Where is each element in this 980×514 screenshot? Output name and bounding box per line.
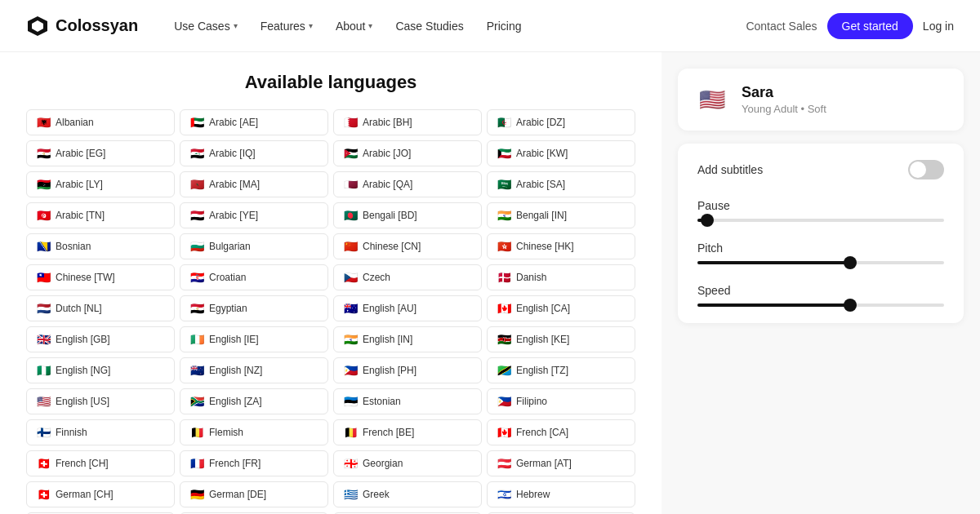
language-item[interactable]: 🇮🇪English [IE] <box>180 326 328 352</box>
lang-flag: 🇦🇱 <box>37 117 51 128</box>
language-item[interactable]: 🇨🇿Czech <box>333 264 482 290</box>
pause-track[interactable] <box>697 219 944 222</box>
nav-case-studies[interactable]: Case Studies <box>385 15 473 38</box>
lang-label: Arabic [EG] <box>56 148 105 159</box>
language-item[interactable]: 🇵🇭Filipino <box>487 388 635 414</box>
languages-panel: Available languages 🇦🇱Albanian🇦🇪Arabic [… <box>0 52 662 514</box>
lang-flag: 🇾🇪 <box>190 210 204 221</box>
language-item[interactable]: 🇵🇭English [PH] <box>333 357 482 383</box>
lang-flag: 🇪🇬 <box>37 148 51 159</box>
panel-title: Available languages <box>26 72 635 93</box>
subtitle-row: Add subtitles <box>697 160 944 179</box>
language-item[interactable]: 🇰🇼Arabic [KW] <box>487 140 635 166</box>
pitch-track[interactable] <box>697 261 944 264</box>
language-item[interactable]: 🇬🇪Georgian <box>333 450 482 476</box>
language-item[interactable]: 🇳🇱Dutch [NL] <box>26 295 175 321</box>
lang-flag: 🇩🇪 <box>190 489 204 500</box>
lang-label: English [NZ] <box>209 365 262 376</box>
language-item[interactable]: 🇨🇳Chinese [CN] <box>333 233 482 259</box>
lang-flag: 🇧🇪 <box>344 427 358 438</box>
language-item[interactable]: 🇮🇱Hebrew <box>487 481 635 507</box>
language-item[interactable]: 🇨🇦French [CA] <box>487 419 635 445</box>
lang-label: Arabic [BH] <box>363 117 412 128</box>
nav-use-cases[interactable]: Use Cases ▾ <box>164 15 247 38</box>
language-item[interactable]: 🇰🇪English [KE] <box>487 326 635 352</box>
language-item[interactable]: 🇧🇩Bengali [BD] <box>333 202 482 228</box>
language-item[interactable]: 🇱🇾Arabic [LY] <box>26 171 175 197</box>
language-item[interactable]: 🇧🇬Bulgarian <box>180 233 328 259</box>
language-item[interactable]: 🇮🇶Arabic [IQ] <box>180 140 328 166</box>
lang-label: Czech <box>363 272 390 283</box>
chevron-down-icon: ▾ <box>234 21 238 30</box>
lang-flag: 🇩🇿 <box>497 117 511 128</box>
language-item[interactable]: 🇪🇬Egyptian <box>180 295 328 321</box>
lang-flag: 🇮🇶 <box>190 148 204 159</box>
lang-flag: 🇳🇱 <box>37 303 51 314</box>
language-item[interactable]: 🇩🇰Danish <box>487 264 635 290</box>
language-item[interactable]: 🇶🇦Arabic [QA] <box>333 171 482 197</box>
language-item[interactable]: 🇾🇪Arabic [YE] <box>180 202 328 228</box>
language-item[interactable]: 🇪🇪Estonian <box>333 388 482 414</box>
lang-label: Arabic [JO] <box>363 148 411 159</box>
subtitle-toggle[interactable] <box>908 160 944 179</box>
language-item[interactable]: 🇭🇷Croatian <box>180 264 328 290</box>
language-item[interactable]: 🇨🇦English [CA] <box>487 295 635 321</box>
language-item[interactable]: 🇧🇭Arabic [BH] <box>333 109 482 135</box>
language-item[interactable]: 🇦🇱Albanian <box>26 109 175 135</box>
lang-flag: 🇭🇰 <box>497 241 511 252</box>
lang-label: Arabic [QA] <box>363 179 412 190</box>
language-item[interactable]: 🇬🇧English [GB] <box>26 326 175 352</box>
voice-info: Sara Young Adult • Soft <box>742 84 826 115</box>
language-item[interactable]: 🇸🇦Arabic [SA] <box>487 171 635 197</box>
language-item[interactable]: 🇹🇼Chinese [TW] <box>26 264 175 290</box>
language-item[interactable]: 🇮🇳Bengali [IN] <box>487 202 635 228</box>
language-item[interactable]: 🇪🇬Arabic [EG] <box>26 140 175 166</box>
language-item[interactable]: 🇬🇷Greek <box>333 481 482 507</box>
language-item[interactable]: 🇺🇸English [US] <box>26 388 175 414</box>
language-item[interactable]: 🇹🇿English [TZ] <box>487 357 635 383</box>
language-item[interactable]: 🇲🇦Arabic [MA] <box>180 171 328 197</box>
lang-label: English [GB] <box>56 334 110 345</box>
language-item[interactable]: 🇧🇪French [BE] <box>333 419 482 445</box>
language-item[interactable]: 🇭🇰Chinese [HK] <box>487 233 635 259</box>
language-item[interactable]: 🇨🇭French [CH] <box>26 450 175 476</box>
language-item[interactable]: 🇹🇳Arabic [TN] <box>26 202 175 228</box>
nav-pricing[interactable]: Pricing <box>477 15 532 38</box>
get-started-button[interactable]: Get started <box>827 13 913 39</box>
speed-track[interactable] <box>697 304 944 307</box>
log-in-link[interactable]: Log in <box>923 20 954 33</box>
language-item[interactable]: 🇩🇪German [DE] <box>180 481 328 507</box>
lang-flag: 🇪🇬 <box>190 303 204 314</box>
language-item[interactable]: 🇩🇿Arabic [DZ] <box>487 109 635 135</box>
contact-sales-link[interactable]: Contact Sales <box>746 20 817 33</box>
language-item[interactable]: 🇧🇦Bosnian <box>26 233 175 259</box>
speed-fill <box>697 304 850 307</box>
lang-flag: 🇧🇭 <box>344 117 358 128</box>
language-item[interactable]: 🇨🇭German [CH] <box>26 481 175 507</box>
lang-flag: 🇬🇷 <box>344 489 358 500</box>
lang-flag: 🇨🇭 <box>37 489 51 500</box>
lang-label: Dutch [NL] <box>56 303 102 314</box>
language-item[interactable]: 🇧🇪Flemish <box>180 419 328 445</box>
language-item[interactable]: 🇦🇺English [AU] <box>333 295 482 321</box>
language-item[interactable]: 🇦🇹German [AT] <box>487 450 635 476</box>
language-item[interactable]: 🇮🇳English [IN] <box>333 326 482 352</box>
lang-label: English [NG] <box>56 365 110 376</box>
chevron-down-icon: ▾ <box>368 21 372 30</box>
lang-label: English [AU] <box>363 303 416 314</box>
logo[interactable]: Colossyan <box>26 15 138 38</box>
language-item[interactable]: 🇳🇿English [NZ] <box>180 357 328 383</box>
language-item[interactable]: 🇫🇷French [FR] <box>180 450 328 476</box>
pitch-thumb <box>844 256 857 269</box>
lang-label: Arabic [TN] <box>56 210 105 221</box>
nav-features[interactable]: Features ▾ <box>251 15 323 38</box>
nav-about[interactable]: About ▾ <box>326 15 383 38</box>
language-item[interactable]: 🇯🇴Arabic [JO] <box>333 140 482 166</box>
language-item[interactable]: 🇫🇮Finnish <box>26 419 175 445</box>
language-item[interactable]: 🇳🇬English [NG] <box>26 357 175 383</box>
lang-label: Arabic [YE] <box>209 210 258 221</box>
lang-label: Bulgarian <box>209 241 251 252</box>
speed-thumb <box>844 299 857 312</box>
language-item[interactable]: 🇿🇦English [ZA] <box>180 388 328 414</box>
language-item[interactable]: 🇦🇪Arabic [AE] <box>180 109 328 135</box>
